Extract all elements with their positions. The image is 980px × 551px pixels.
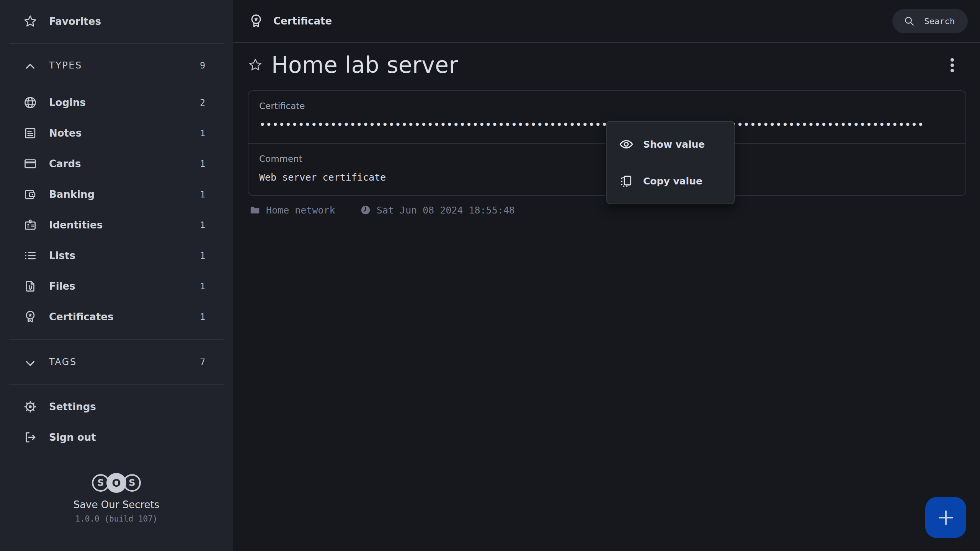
plus-icon (936, 508, 956, 528)
wallet-icon (23, 187, 38, 202)
sidebar-item-label: Identities (49, 219, 103, 231)
meta-row: Home network Sat Jun 08 2024 18:55:48 (248, 204, 966, 216)
favorite-star-icon[interactable] (248, 57, 263, 73)
sidebar-item-notes[interactable]: Notes 1 (0, 118, 233, 148)
sidebar-item-label: Files (49, 280, 75, 292)
timestamp-value: Sat Jun 08 2024 18:55:48 (377, 205, 515, 216)
timestamp-meta: Sat Jun 08 2024 18:55:48 (360, 204, 515, 216)
sidebar-item-identities[interactable]: Identities 1 (0, 210, 233, 240)
sidebar-item-favorites[interactable]: Favorites (0, 0, 233, 43)
folder-meta: Home network (249, 204, 335, 216)
add-entry-fab[interactable] (925, 497, 966, 538)
main-panel: Certificate Search Home lab server Certi… (233, 0, 980, 551)
file-paperclip-icon (23, 279, 38, 293)
search-icon (903, 15, 915, 27)
sidebar-item-cards[interactable]: Cards 1 (0, 148, 233, 179)
sidebar-item-label: Notes (49, 127, 82, 139)
certificate-icon (248, 13, 264, 29)
favorites-label: Favorites (49, 16, 101, 27)
sidebar-item-count: 1 (200, 312, 205, 322)
eye-icon (619, 137, 634, 152)
sidebar-divider (9, 384, 224, 385)
menu-item-copy-value[interactable]: Copy value (619, 163, 734, 199)
sidebar-item-settings[interactable]: Settings (0, 391, 233, 422)
chevron-down-icon (23, 356, 38, 368)
types-count: 9 (200, 60, 205, 70)
entry-type-indicator: Certificate (248, 13, 332, 29)
sidebar-item-certificates[interactable]: Certificates 1 (0, 302, 233, 332)
entry-type-label: Certificate (273, 15, 332, 27)
copy-icon (619, 173, 634, 189)
sidebar-section-types[interactable]: TYPES 9 (0, 44, 233, 87)
gear-icon (23, 399, 38, 414)
sidebar-item-count: 1 (200, 281, 205, 291)
menu-item-show-value[interactable]: Show value (619, 126, 734, 163)
sidebar: Favorites TYPES 9 Logins 2 Notes 1 Cards… (0, 0, 233, 551)
app-name: Save Our Secrets (0, 499, 233, 510)
sign-out-label: Sign out (49, 432, 96, 443)
sidebar-item-count: 1 (200, 159, 205, 169)
note-icon (23, 126, 38, 140)
search-button[interactable]: Search (892, 9, 968, 33)
settings-label: Settings (49, 401, 96, 412)
menu-item-label: Show value (643, 139, 705, 150)
sidebar-item-label: Logins (49, 97, 86, 108)
sign-out-icon (23, 430, 38, 445)
kebab-menu-icon[interactable] (947, 54, 958, 76)
sidebar-item-files[interactable]: Files 1 (0, 271, 233, 302)
sidebar-item-label: Certificates (49, 311, 114, 323)
certificate-field-label: Certificate (259, 101, 955, 111)
id-badge-icon (23, 218, 38, 232)
folder-name: Home network (266, 205, 335, 216)
sidebar-item-lists[interactable]: Lists 1 (0, 240, 233, 271)
context-menu: Show value Copy value (606, 121, 735, 204)
sidebar-section-tags[interactable]: TAGS 7 (0, 340, 233, 384)
certificate-icon (23, 310, 38, 324)
tags-count: 7 (200, 357, 205, 367)
sidebar-item-logins[interactable]: Logins 2 (0, 87, 233, 118)
sidebar-item-sign-out[interactable]: Sign out (0, 422, 233, 453)
logo-letter-o: O (106, 473, 126, 493)
credit-card-icon (23, 156, 38, 171)
folder-icon (249, 204, 261, 216)
clock-icon (360, 204, 371, 216)
star-icon (23, 14, 38, 29)
globe-icon (23, 95, 38, 110)
title-row: Home lab server (248, 51, 966, 80)
tags-section-label: TAGS (49, 357, 77, 367)
sidebar-item-label: Lists (49, 250, 75, 261)
sidebar-item-count: 2 (200, 98, 205, 108)
search-button-label: Search (924, 16, 955, 26)
sidebar-item-count: 1 (200, 128, 205, 138)
sidebar-item-label: Banking (49, 189, 95, 200)
top-bar: Certificate Search (233, 0, 980, 43)
sidebar-item-label: Cards (49, 158, 81, 170)
types-section-label: TYPES (49, 60, 82, 71)
sidebar-item-count: 1 (200, 220, 205, 230)
list-icon (23, 248, 38, 263)
sos-logo: S O S (0, 473, 233, 493)
sidebar-item-count: 1 (200, 251, 205, 261)
app-version: 1.0.0 (build 107) (0, 514, 233, 523)
app-footer: S O S Save Our Secrets 1.0.0 (build 107) (0, 461, 233, 551)
page-title: Home lab server (271, 52, 458, 78)
menu-item-label: Copy value (643, 176, 702, 187)
chevron-up-icon (23, 59, 38, 72)
sidebar-item-banking[interactable]: Banking 1 (0, 179, 233, 210)
sidebar-item-count: 1 (200, 189, 205, 199)
